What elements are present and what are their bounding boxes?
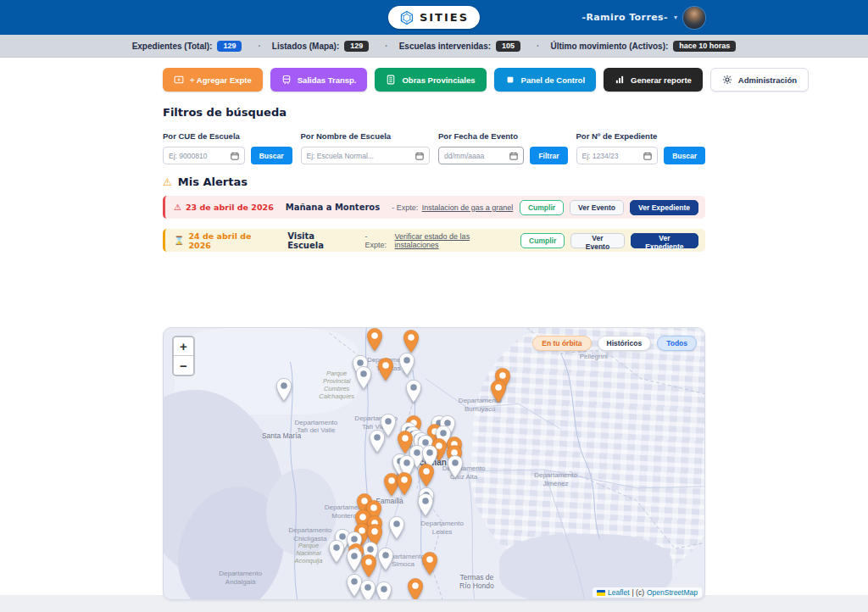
stat-item: Escuelas intervenidas: 105 <box>399 41 540 52</box>
map-marker-gray[interactable] <box>398 352 415 376</box>
map-marker-gray[interactable] <box>275 377 292 401</box>
sities-logo-icon <box>399 10 415 25</box>
filters-grid: Por CUE de Escuela Buscar Por Nombre de … <box>163 131 705 164</box>
ver-evento-button[interactable]: Ver Evento <box>570 233 624 248</box>
alert-expte-link[interactable]: Instalacion de gas a granel <box>422 203 514 212</box>
alert-row: ⌛ 24 de abril de 2026 Visita Escuela - E… <box>163 229 705 252</box>
actions-row: + Agregar Expte Salidas Transp. Obras Pr… <box>163 68 705 92</box>
calendar-icon <box>509 152 518 160</box>
filter-label: Por Nombre de Escuela <box>301 131 431 141</box>
filter-input-text[interactable] <box>444 152 509 160</box>
stat-item: Listados (Mapa): 129 <box>272 41 388 52</box>
warning-icon: ⚠ <box>163 176 172 188</box>
map-marker-gray[interactable] <box>328 540 345 564</box>
filter-field: Por Nombre de Escuela <box>301 131 431 164</box>
map-marker-gray[interactable] <box>405 380 422 403</box>
folder-plus-icon <box>174 75 184 85</box>
buscar-button[interactable]: Buscar <box>251 147 292 164</box>
stat-label: Escuelas intervenidas: <box>399 42 491 51</box>
header: SITIES -Ramiro Torres- ▾ <box>0 0 868 35</box>
map-marker-orange[interactable] <box>407 578 424 600</box>
buscar-button[interactable]: Buscar <box>664 147 705 164</box>
app-page: SITIES -Ramiro Torres- ▾ Expedientes (To… <box>0 0 868 612</box>
filter-input[interactable] <box>301 147 431 164</box>
map-pill-en-tu-rbita[interactable]: En tu órbita <box>532 336 591 351</box>
action-label: Obras Provinciales <box>402 75 475 85</box>
leaflet-link[interactable]: Leaflet <box>608 588 630 597</box>
ver-expediente-button[interactable]: Ver Expediente <box>630 200 698 215</box>
user-name: -Ramiro Torres- <box>581 12 668 23</box>
cumplir-button[interactable]: Cumplir <box>520 200 564 215</box>
osm-link[interactable]: OpenStreetMap <box>647 588 698 597</box>
filter-field: Por CUE de Escuela Buscar <box>163 131 292 164</box>
map-marker-orange[interactable] <box>421 552 438 576</box>
map-marker-orange[interactable] <box>396 472 413 496</box>
filter-input-text[interactable] <box>169 152 231 160</box>
action-administraci-n[interactable]: Administración <box>710 68 809 92</box>
map-marker-gray[interactable] <box>376 581 392 600</box>
map-marker-orange[interactable] <box>403 330 420 353</box>
action-label: Administración <box>738 75 797 85</box>
zoom-in-button[interactable]: + <box>174 337 193 356</box>
map-marker-orange[interactable] <box>490 379 507 403</box>
map-marker-gray[interactable] <box>388 516 405 540</box>
attribution-separator: | (c) <box>632 588 644 597</box>
zoom-out-button[interactable]: − <box>174 356 193 375</box>
ukraine-flag-icon <box>597 590 605 596</box>
filter-label: Por Nº de Expediente <box>576 131 706 141</box>
logo[interactable]: SITIES <box>388 6 480 29</box>
ver-evento-button[interactable]: Ver Evento <box>570 200 624 215</box>
bus-icon <box>281 75 292 85</box>
stat-badge: 129 <box>344 41 369 52</box>
hourglass-icon: ⌛ <box>174 236 184 245</box>
map-marker-gray[interactable] <box>417 492 434 516</box>
user-menu[interactable]: -Ramiro Torres- ▾ <box>581 0 705 35</box>
stat-item: Último movimiento (Activos): hace 10 hor… <box>550 41 736 52</box>
alert-title: Mañana a Monteros <box>286 203 380 212</box>
map[interactable]: PellegriniDepartamento TrancasDepartamen… <box>163 327 705 600</box>
stat-badge: hace 10 horas <box>673 41 736 52</box>
map-marker-gray[interactable] <box>377 548 394 571</box>
filters-title: Filtros de búsqueda <box>163 106 287 119</box>
action-label: Panel de Control <box>521 75 585 85</box>
alert-expte-link[interactable]: Verificar estado de las instalaciones <box>395 232 515 249</box>
avatar[interactable] <box>683 7 705 29</box>
action-salidas-transp[interactable]: Salidas Transp. <box>270 68 368 92</box>
map-marker-gray[interactable] <box>355 366 372 390</box>
action-generar-reporte[interactable]: Generar reporte <box>604 68 703 92</box>
map-marker-gray[interactable] <box>369 430 386 453</box>
map-marker-orange[interactable] <box>366 328 383 352</box>
map-zoom-control: + − <box>172 336 195 376</box>
map-marker-orange[interactable] <box>418 464 435 487</box>
cumplir-button[interactable]: Cumplir <box>520 233 565 248</box>
action-panel-de-control[interactable]: Panel de Control <box>494 68 596 92</box>
filter-input[interactable] <box>438 147 524 164</box>
map-pill-todos[interactable]: Todos <box>657 336 697 351</box>
filter-input[interactable] <box>163 147 245 164</box>
square-icon <box>505 75 515 85</box>
alert-expte-prefix: - Expte: <box>392 203 418 212</box>
alerts-title: ⚠ Mis Alertas <box>163 175 248 188</box>
action-obras-provinciales[interactable]: Obras Provinciales <box>375 68 486 92</box>
alert-expte-prefix: - Expte: <box>364 232 391 249</box>
filter-input-text[interactable] <box>582 152 644 160</box>
action-agregar-expte[interactable]: + Agregar Expte <box>163 68 263 92</box>
calendar-icon <box>231 152 239 160</box>
map-marker-gray[interactable] <box>447 455 464 479</box>
filter-label: Por Fecha de Evento <box>438 131 568 141</box>
filtrar-button[interactable]: Filtrar <box>530 147 567 164</box>
map-marker-gray[interactable] <box>359 580 376 600</box>
calendar-icon <box>415 152 424 160</box>
filter-input[interactable] <box>576 147 659 164</box>
map-pill-hist-ricos[interactable]: Históricos <box>598 336 652 351</box>
map-attribution: Leaflet | (c) OpenStreetMap <box>593 587 702 598</box>
filter-label: Por CUE de Escuela <box>163 131 292 141</box>
map-marker-orange[interactable] <box>377 357 394 381</box>
stats-bar: Expedientes (Total): 129 Listados (Mapa)… <box>0 35 868 58</box>
filter-input-text[interactable] <box>307 152 416 160</box>
stat-label: Listados (Mapa): <box>272 42 339 51</box>
alert-date: 23 de abril de 2026 <box>186 203 274 212</box>
stat-badge: 129 <box>217 41 242 52</box>
map-marker-orange[interactable] <box>360 554 377 578</box>
ver-expediente-button[interactable]: Ver Expediente <box>631 233 698 248</box>
